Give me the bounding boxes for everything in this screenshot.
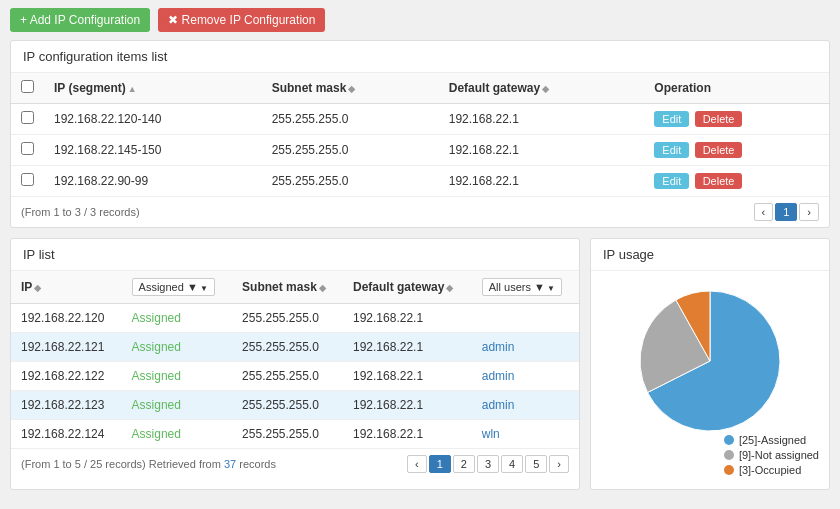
ip-list-title: IP list	[11, 239, 579, 271]
assigned-filter-btn[interactable]: Assigned ▼	[132, 278, 215, 296]
config-col-subnet: Subnet mask◆	[262, 73, 439, 104]
select-all-checkbox[interactable]	[21, 80, 34, 93]
config-panel-title: IP configuration items list	[11, 41, 829, 73]
remove-ip-config-button[interactable]: ✖ Remove IP Configuration	[158, 8, 325, 32]
ip-row-subnet: 255.255.255.0	[232, 304, 343, 333]
legend-item: [9]-Not assigned	[724, 449, 819, 461]
ip-usage-panel: IP usage [25]-Assigned [9]-Not assigned …	[590, 238, 830, 490]
ip-row-subnet: 255.255.255.0	[232, 420, 343, 449]
config-col-gateway: Default gateway◆	[439, 73, 645, 104]
edit-button[interactable]: Edit	[654, 173, 689, 189]
ip-next-page[interactable]: ›	[549, 455, 569, 473]
config-pagination: ‹ 1 ›	[754, 203, 819, 221]
edit-button[interactable]: Edit	[654, 142, 689, 158]
config-col-ip: IP (segment)▲	[44, 73, 262, 104]
ip-prev-page[interactable]: ‹	[407, 455, 427, 473]
config-table-row: 192.168.22.145-150 255.255.255.0 192.168…	[11, 135, 829, 166]
row-checkbox-cell	[11, 104, 44, 135]
ip-row-status: Assigned	[122, 333, 233, 362]
config-next-page[interactable]: ›	[799, 203, 819, 221]
ip-list-table: IP◆ Assigned ▼ Subnet mask◆ Default gate…	[11, 271, 579, 449]
toolbar: + Add IP Configuration ✖ Remove IP Confi…	[0, 0, 840, 40]
row-gateway: 192.168.22.1	[439, 104, 645, 135]
ip-row-user: admin	[472, 391, 579, 420]
ip-col-assigned: Assigned ▼	[122, 271, 233, 304]
row-gateway: 192.168.22.1	[439, 135, 645, 166]
retrieved-link[interactable]: 37	[224, 458, 236, 470]
row-gateway: 192.168.22.1	[439, 166, 645, 197]
config-col-operation: Operation	[644, 73, 829, 104]
ip-col-gateway: Default gateway◆	[343, 271, 472, 304]
row-checkbox[interactable]	[21, 173, 34, 186]
ip-row-subnet: 255.255.255.0	[232, 391, 343, 420]
legend-dot	[724, 465, 734, 475]
row-operations: Edit Delete	[644, 104, 829, 135]
ip-usage-content: [25]-Assigned [9]-Not assigned [3]-Occup…	[591, 271, 829, 489]
ip-list-row: 192.168.22.124 Assigned 255.255.255.0 19…	[11, 420, 579, 449]
ip-list-pagination-info: (From 1 to 5 / 25 records) Retrieved fro…	[21, 458, 276, 470]
ip-row-gateway: 192.168.22.1	[343, 391, 472, 420]
ip-list-row: 192.168.22.122 Assigned 255.255.255.0 19…	[11, 362, 579, 391]
delete-button[interactable]: Delete	[695, 111, 743, 127]
row-subnet: 255.255.255.0	[262, 166, 439, 197]
ip-row-status: Assigned	[122, 304, 233, 333]
ip-page-4[interactable]: 4	[501, 455, 523, 473]
row-checkbox[interactable]	[21, 142, 34, 155]
legend-dot	[724, 435, 734, 445]
legend-item: [3]-Occupied	[724, 464, 819, 476]
add-ip-config-button[interactable]: + Add IP Configuration	[10, 8, 150, 32]
row-checkbox-cell	[11, 135, 44, 166]
ip-list-row: 192.168.22.121 Assigned 255.255.255.0 19…	[11, 333, 579, 362]
row-operations: Edit Delete	[644, 166, 829, 197]
legend-label: [9]-Not assigned	[739, 449, 819, 461]
config-pagination-row: (From 1 to 3 / 3 records) ‹ 1 ›	[11, 197, 829, 227]
edit-button[interactable]: Edit	[654, 111, 689, 127]
ip-usage-title: IP usage	[591, 239, 829, 271]
ip-row-user: admin	[472, 333, 579, 362]
config-panel: IP configuration items list IP (segment)…	[10, 40, 830, 228]
delete-button[interactable]: Delete	[695, 142, 743, 158]
ip-row-user: wln	[472, 420, 579, 449]
config-col-checkbox	[11, 73, 44, 104]
row-ip: 192.168.22.120-140	[44, 104, 262, 135]
allusers-filter-btn[interactable]: All users ▼	[482, 278, 562, 296]
ip-row-gateway: 192.168.22.1	[343, 333, 472, 362]
ip-row-ip: 192.168.22.124	[11, 420, 122, 449]
ip-list-pagination-row: (From 1 to 5 / 25 records) Retrieved fro…	[11, 449, 579, 479]
row-checkbox[interactable]	[21, 111, 34, 124]
legend-dot	[724, 450, 734, 460]
row-operations: Edit Delete	[644, 135, 829, 166]
config-prev-page[interactable]: ‹	[754, 203, 774, 221]
config-table-row: 192.168.22.120-140 255.255.255.0 192.168…	[11, 104, 829, 135]
ip-row-gateway: 192.168.22.1	[343, 304, 472, 333]
row-checkbox-cell	[11, 166, 44, 197]
legend-item: [25]-Assigned	[724, 434, 819, 446]
ip-col-user: All users ▼	[472, 271, 579, 304]
ip-row-ip: 192.168.22.121	[11, 333, 122, 362]
ip-list-row: 192.168.22.120 Assigned 255.255.255.0 19…	[11, 304, 579, 333]
ip-list-panel: IP list IP◆ Assigned ▼ Subnet mask◆ Defa…	[10, 238, 580, 490]
ip-col-subnet: Subnet mask◆	[232, 271, 343, 304]
ip-row-status: Assigned	[122, 420, 233, 449]
ip-row-ip: 192.168.22.122	[11, 362, 122, 391]
ip-row-user	[472, 304, 579, 333]
ip-row-subnet: 255.255.255.0	[232, 333, 343, 362]
legend-container: [25]-Assigned [9]-Not assigned [3]-Occup…	[724, 434, 819, 479]
ip-row-status: Assigned	[122, 391, 233, 420]
row-subnet: 255.255.255.0	[262, 104, 439, 135]
ip-row-user: admin	[472, 362, 579, 391]
config-page-1[interactable]: 1	[775, 203, 797, 221]
row-ip: 192.168.22.145-150	[44, 135, 262, 166]
ip-list-row: 192.168.22.123 Assigned 255.255.255.0 19…	[11, 391, 579, 420]
ip-row-gateway: 192.168.22.1	[343, 362, 472, 391]
ip-page-2[interactable]: 2	[453, 455, 475, 473]
ip-page-5[interactable]: 5	[525, 455, 547, 473]
ip-row-gateway: 192.168.22.1	[343, 420, 472, 449]
ip-col-ip: IP◆	[11, 271, 122, 304]
config-pagination-info: (From 1 to 3 / 3 records)	[21, 206, 140, 218]
ip-page-1[interactable]: 1	[429, 455, 451, 473]
legend-label: [3]-Occupied	[739, 464, 801, 476]
delete-button[interactable]: Delete	[695, 173, 743, 189]
ip-row-ip: 192.168.22.123	[11, 391, 122, 420]
ip-page-3[interactable]: 3	[477, 455, 499, 473]
